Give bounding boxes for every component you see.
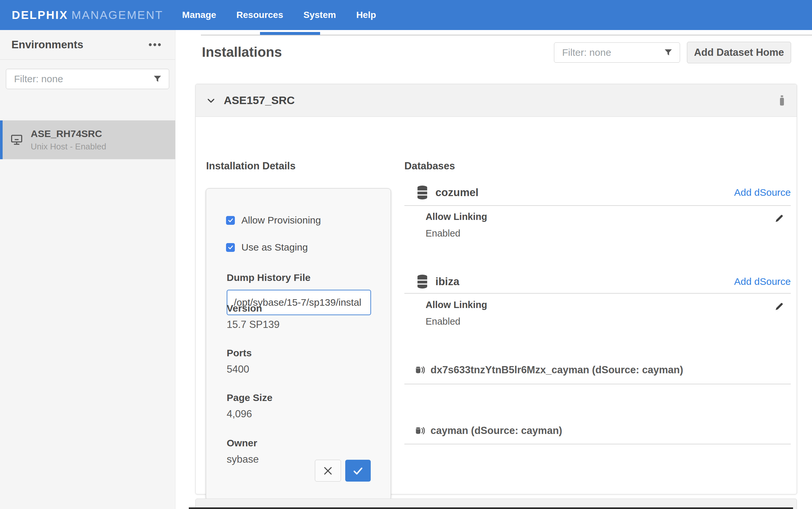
installation-card-body: Installation Details Allow Provisioning … — [196, 117, 797, 494]
page-title: Installations — [202, 44, 282, 60]
brand-primary: DELPHIX — [12, 8, 68, 21]
dsource-row[interactable]: cayman (dSource: cayman) — [403, 421, 791, 440]
app-root: DELPHIXMANAGEMENT Manage Resources Syste… — [0, 0, 812, 509]
dump-history-file-label: Dump History File — [227, 272, 311, 283]
page-size-label: Page Size — [227, 392, 273, 403]
ports-field: Ports 5400 — [227, 347, 252, 375]
more-options-icon[interactable] — [148, 43, 161, 47]
row-divider — [404, 293, 791, 294]
database-row-ibiza[interactable]: ibiza Add dSource — [404, 271, 791, 292]
owner-field: Owner sybase — [227, 438, 259, 465]
sidebar-header: Environments — [0, 30, 175, 60]
dsource-db-icon — [415, 365, 426, 376]
sidebar-title: Environments — [11, 38, 83, 51]
database-row-cozumel[interactable]: cozumel Add dSource — [404, 182, 791, 203]
dsource-label: dx7s633tnzYtnB5lr6Mzx_cayman (dSource: c… — [431, 364, 683, 376]
installation-details-heading: Installation Details — [206, 160, 295, 172]
row-divider — [404, 444, 791, 444]
version-label: Version — [227, 303, 280, 314]
database-icon — [416, 185, 428, 200]
nav-item-resources[interactable]: Resources — [237, 10, 283, 20]
environments-sidebar: Environments ASE_RH74SRC Uni — [0, 30, 176, 509]
nav-item-system[interactable]: System — [304, 10, 336, 20]
database-name: cozumel — [435, 186, 478, 199]
owner-label: Owner — [227, 438, 259, 449]
cancel-button[interactable] — [315, 460, 341, 482]
edit-pencil-icon[interactable] — [775, 302, 784, 313]
allow-linking-label: Allow Linking — [426, 300, 487, 310]
confirm-button[interactable] — [345, 460, 371, 482]
environment-name: ASE_RH74SRC — [31, 128, 106, 139]
allow-provisioning-label: Allow Provisioning — [241, 215, 321, 226]
delphix-logo: DELPHIXMANAGEMENT — [12, 8, 163, 22]
allow-linking-value: Enabled — [426, 316, 487, 327]
ports-label: Ports — [227, 347, 252, 359]
brand-secondary: MANAGEMENT — [71, 8, 163, 21]
use-as-staging-checkbox-checked[interactable] — [226, 243, 235, 252]
environment-text: ASE_RH74SRC Unix Host - Enabled — [31, 128, 106, 152]
installation-card: ASE157_SRC Installation Details Allow Pr… — [195, 84, 797, 494]
dsource-db-icon — [415, 425, 426, 436]
owner-value: sybase — [227, 453, 259, 465]
page-size-field: Page Size 4,096 — [227, 392, 273, 420]
nav-item-help[interactable]: Help — [356, 10, 376, 20]
row-divider — [404, 384, 791, 384]
delete-installation-button[interactable] — [777, 95, 787, 106]
allow-linking-value: Enabled — [426, 228, 487, 239]
dsource-row[interactable]: dx7s633tnzYtnB5lr6Mzx_cayman (dSource: c… — [403, 361, 791, 379]
host-monitor-icon — [10, 134, 23, 146]
use-as-staging-label: Use as Staging — [241, 242, 308, 253]
installation-card-header[interactable]: ASE157_SRC — [196, 84, 797, 117]
installation-details-panel: Allow Provisioning Use as Staging Dump H… — [206, 188, 391, 501]
add-dsource-link[interactable]: Add dSource — [734, 276, 791, 287]
dsource-label: cayman (dSource: cayman) — [431, 425, 562, 437]
database-icon — [416, 274, 428, 289]
installations-filter-input[interactable] — [561, 47, 664, 58]
databases-heading: Databases — [404, 160, 455, 172]
installation-name: ASE157_SRC — [224, 94, 294, 107]
allow-provisioning-row[interactable]: Allow Provisioning — [226, 215, 321, 226]
allow-linking-block: Allow Linking Enabled — [426, 211, 487, 239]
active-tab-indicator — [260, 32, 320, 35]
installations-filter[interactable] — [554, 42, 680, 63]
chevron-down-icon[interactable] — [206, 95, 217, 106]
version-field: Version 15.7 SP139 — [227, 303, 280, 331]
edit-pencil-icon[interactable] — [775, 213, 784, 225]
version-value: 15.7 SP139 — [227, 319, 280, 331]
add-dsource-link[interactable]: Add dSource — [734, 187, 791, 198]
allow-linking-block: Allow Linking Enabled — [426, 300, 487, 327]
databases-column: Databases cozumel Add dSource — [404, 117, 791, 494]
sidebar-filter-input[interactable] — [13, 73, 153, 85]
add-dataset-home-button[interactable]: Add Dataset Home — [687, 42, 791, 63]
allow-provisioning-checkbox-checked[interactable] — [226, 216, 235, 225]
environment-status: Unix Host - Enabled — [31, 142, 106, 152]
page-size-value: 4,096 — [227, 408, 273, 420]
nav-menu: Manage Resources System Help — [182, 10, 376, 20]
top-nav: DELPHIXMANAGEMENT Manage Resources Syste… — [0, 0, 812, 30]
row-divider — [404, 205, 791, 206]
ports-value: 5400 — [227, 364, 252, 375]
database-name: ibiza — [435, 275, 459, 288]
nav-item-manage[interactable]: Manage — [182, 10, 216, 20]
filter-funnel-icon[interactable] — [153, 75, 162, 83]
filter-funnel-icon[interactable] — [664, 48, 673, 57]
bottom-dark-bar — [189, 507, 793, 509]
allow-linking-label: Allow Linking — [426, 211, 487, 222]
sidebar-filter[interactable] — [6, 69, 169, 89]
use-as-staging-row[interactable]: Use as Staging — [226, 242, 308, 253]
sidebar-item-environment[interactable]: ASE_RH74SRC Unix Host - Enabled — [0, 121, 176, 159]
